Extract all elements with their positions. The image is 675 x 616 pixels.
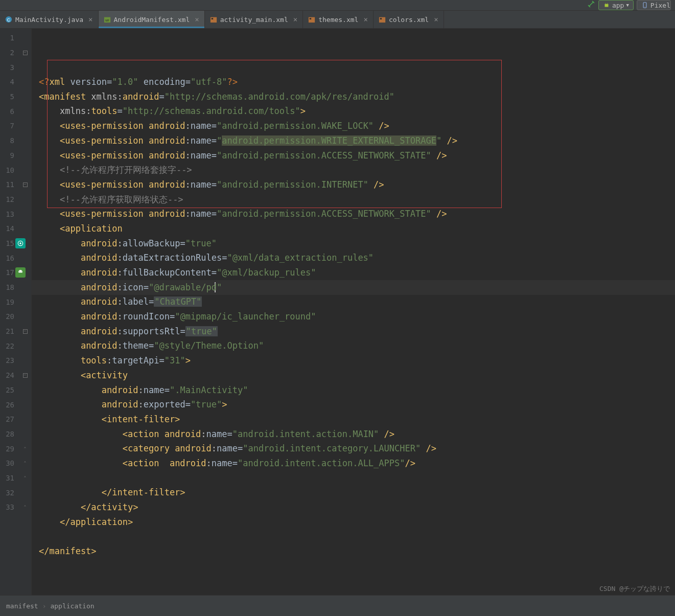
code-line[interactable]: </application>: [39, 515, 675, 530]
crumb-manifest[interactable]: manifest: [6, 602, 38, 610]
crumb-application[interactable]: application: [50, 602, 94, 610]
code-line[interactable]: <uses-permission android:name="android.p…: [39, 119, 675, 133]
gutter-line[interactable]: 6: [0, 104, 31, 119]
gutter-line[interactable]: 25: [0, 383, 31, 398]
code-line[interactable]: <action android:name="android.intent.act…: [39, 456, 675, 471]
code-line[interactable]: android:supportsRtl="true": [39, 324, 675, 339]
code-line[interactable]: </intent-filter>: [39, 485, 675, 500]
gutter-line[interactable]: 23: [0, 353, 31, 368]
code-line[interactable]: android:icon="@drawable/pd": [39, 280, 675, 295]
line-number: 26: [0, 401, 14, 409]
run-config-dropdown[interactable]: app ▼: [598, 0, 634, 10]
gutter-line[interactable]: 19: [0, 294, 31, 309]
code-line[interactable]: android:allowBackup="true": [39, 236, 675, 251]
close-icon[interactable]: ×: [434, 15, 438, 24]
gutter-line[interactable]: 33⌃: [0, 500, 31, 515]
code-line[interactable]: <manifest xmlns:android="http://schemas.…: [39, 89, 675, 104]
resource-icon[interactable]: [15, 267, 26, 278]
tab-MainActivity-java[interactable]: CMainActivity.java×: [0, 11, 99, 28]
code-line[interactable]: android:name=".MainActivity": [39, 383, 675, 398]
code-line[interactable]: <uses-permission android:name="android.p…: [39, 207, 675, 221]
fold-end-icon[interactable]: ⌃: [23, 475, 28, 480]
file-type-icon: [379, 16, 386, 23]
gutter-line[interactable]: 32: [0, 485, 31, 500]
close-icon[interactable]: ×: [293, 15, 297, 24]
code-line[interactable]: <uses-permission android:name="android.p…: [39, 177, 675, 192]
code-line[interactable]: android:exported="true">: [39, 397, 675, 412]
fold-toggle-icon[interactable]: −: [23, 329, 28, 334]
close-icon[interactable]: ×: [88, 15, 92, 24]
code-line[interactable]: </activity>: [39, 500, 675, 515]
gutter-line[interactable]: 29⌃: [0, 441, 31, 456]
fold-end-icon[interactable]: ⌃: [23, 461, 28, 466]
code-line[interactable]: xmlns:tools="http://schemas.android.com/…: [39, 104, 675, 119]
gutter-line[interactable]: 17: [0, 265, 31, 280]
code-line[interactable]: <!--允许程序打开网络套接字-->: [39, 163, 675, 177]
tab-activity_main-xml[interactable]: activity_main.xml×: [205, 11, 304, 28]
gutter-line[interactable]: 18: [0, 280, 31, 295]
line-number: 1: [0, 34, 14, 42]
svg-point-15: [19, 242, 21, 244]
tab-AndroidManifest-xml[interactable]: MFAndroidManifest.xml×: [99, 11, 205, 28]
gutter-line[interactable]: 20: [0, 309, 31, 324]
fold-end-icon[interactable]: ⌃: [23, 505, 28, 510]
code-line[interactable]: android:theme="@style/Theme.Option": [39, 338, 675, 353]
code-line[interactable]: tools:targetApi="31">: [39, 353, 675, 368]
code-line[interactable]: android:dataExtractionRules="@xml/data_e…: [39, 250, 675, 265]
gutter-line[interactable]: 13: [0, 207, 31, 221]
gutter-line[interactable]: 15: [0, 236, 31, 251]
code-line[interactable]: android:fullBackupContent="@xml/backup_r…: [39, 265, 675, 280]
gutter-line[interactable]: 1: [0, 31, 31, 45]
resource-icon[interactable]: [15, 238, 26, 248]
gutter-line[interactable]: 21−: [0, 324, 31, 339]
gutter-line[interactable]: 16: [0, 250, 31, 265]
code-line[interactable]: [39, 471, 675, 486]
code-line[interactable]: <activity: [39, 368, 675, 383]
fold-toggle-icon[interactable]: −: [23, 182, 28, 187]
gutter-line[interactable]: 2−: [0, 45, 31, 60]
code-line[interactable]: android:roundIcon="@mipmap/ic_launcher_r…: [39, 309, 675, 324]
breadcrumb-bar[interactable]: manifest › application: [0, 595, 675, 616]
gutter-line[interactable]: 11−: [0, 177, 31, 192]
gutter-line[interactable]: 27: [0, 412, 31, 427]
code-line[interactable]: <!--允许程序获取网络状态-->: [39, 192, 675, 207]
gutter-line[interactable]: 22: [0, 338, 31, 353]
code-line[interactable]: <category android:name="android.intent.c…: [39, 441, 675, 456]
fold-toggle-icon[interactable]: −: [23, 373, 28, 378]
gutter-line[interactable]: 26: [0, 397, 31, 412]
gutter-line[interactable]: 10: [0, 163, 31, 177]
gutter-line[interactable]: 31⌃: [0, 471, 31, 486]
device-dropdown[interactable]: Pixel: [637, 0, 671, 10]
close-icon[interactable]: ×: [363, 15, 367, 24]
tab-colors-xml[interactable]: colors.xml×: [374, 11, 444, 28]
close-icon[interactable]: ×: [195, 15, 199, 24]
gutter-line[interactable]: 3: [0, 60, 31, 75]
code-line[interactable]: <?xml version="1.0" encoding="utf-8"?>: [39, 75, 675, 89]
code-line[interactable]: <uses-permission android:name="android.p…: [39, 148, 675, 163]
code-line[interactable]: <intent-filter>: [39, 412, 675, 427]
code-line[interactable]: [39, 529, 675, 544]
gutter-line[interactable]: 14: [0, 221, 31, 236]
code-line[interactable]: <application: [39, 221, 675, 236]
code-line[interactable]: </manifest>: [39, 544, 675, 559]
code-area[interactable]: <?xml version="1.0" encoding="utf-8"?><m…: [32, 29, 675, 595]
gutter-line[interactable]: 24−: [0, 368, 31, 383]
gutter[interactable]: 12−34567891011−12131415161718192021−2223…: [0, 29, 32, 595]
gutter-line[interactable]: 30⌃: [0, 456, 31, 471]
code-line[interactable]: <action android:name="android.intent.act…: [39, 427, 675, 442]
tab-themes-xml[interactable]: themes.xml×: [303, 11, 374, 28]
fold-toggle-icon[interactable]: −: [23, 51, 28, 55]
gutter-line[interactable]: 4: [0, 75, 31, 89]
fold-end-icon[interactable]: ⌃: [23, 446, 28, 451]
code-line[interactable]: android:label="ChatGPT": [39, 294, 675, 309]
gutter-line[interactable]: 9: [0, 148, 31, 163]
code-line[interactable]: <uses-permission android:name="android.p…: [39, 133, 675, 148]
magic-wand-icon[interactable]: [587, 0, 595, 10]
gutter-line[interactable]: 28: [0, 427, 31, 442]
line-number: 11: [0, 180, 14, 189]
gutter-line[interactable]: 5: [0, 89, 31, 104]
gutter-line[interactable]: 7: [0, 119, 31, 133]
gutter-line[interactable]: 12: [0, 192, 31, 207]
tab-label: activity_main.xml: [220, 16, 288, 24]
gutter-line[interactable]: 8: [0, 133, 31, 148]
